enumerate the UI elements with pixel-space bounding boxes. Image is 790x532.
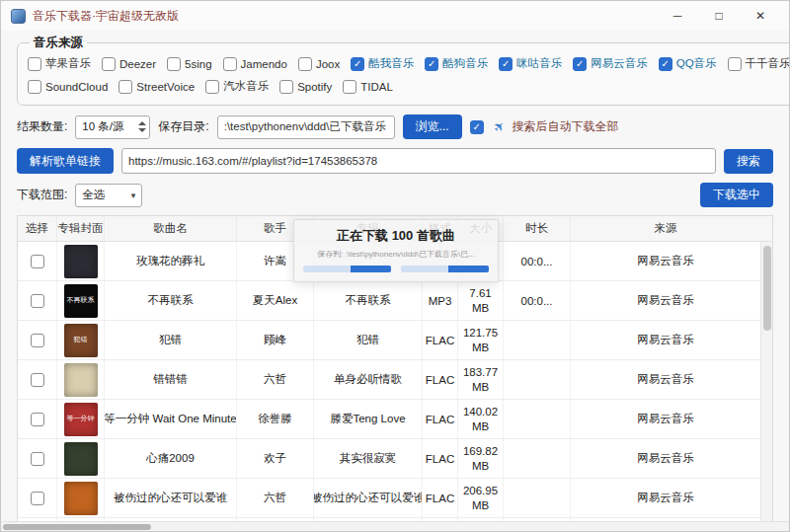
checkbox[interactable] [31,255,44,268]
vertical-scrollbar-thumb[interactable] [763,246,771,331]
window-title: 音乐下载器·宇宙超级无敌版 [33,8,179,25]
checkbox[interactable]: ✓ [573,57,587,71]
progress-fill [448,266,489,272]
save-dir-input[interactable] [217,115,395,139]
table-row[interactable]: 犯错犯错顾峰犯错FLAC121.75 MB网易云音乐 [18,321,760,360]
result-count-spinner[interactable]: 10 条/源 [75,115,150,139]
source-checkbox-item[interactable]: Joox [298,57,340,71]
progress-bar-2 [401,266,489,272]
checkbox[interactable]: ✓ [351,57,364,71]
duration-cell: 00:0... [504,281,571,320]
table-row[interactable]: 被伤过的心还可以爱谁六哲被伤过的心还可以爱谁FLAC206.95 MB网易云音乐 [18,479,760,518]
spinner-arrows [138,121,146,132]
vertical-scrollbar[interactable] [760,242,772,532]
source-label: 咪咕音乐 [516,56,562,71]
format-cell: FLAC [423,479,458,517]
source-label: Jamendo [241,58,287,70]
size-cell: 140.02 MB [458,400,504,438]
download-range-select[interactable]: 全选 ▾ [75,184,142,207]
spinner-down-icon[interactable] [138,128,146,132]
spinner-up-icon[interactable] [138,121,146,125]
source-label: 汽水音乐 [223,79,269,94]
checkbox[interactable] [31,413,44,426]
checkbox[interactable] [279,80,293,94]
download-selected-button[interactable]: 下载选中 [700,183,773,207]
checkbox[interactable]: ✓ [499,57,513,71]
row-select-cell [18,479,57,517]
source-checkbox-item[interactable]: 苹果音乐 [28,56,91,71]
source-checkbox-item[interactable]: Spotify [279,80,332,94]
source-checkbox-item[interactable]: ✓网易云音乐 [573,56,648,71]
checkbox[interactable] [31,294,44,308]
duration-cell [504,479,571,517]
close-button[interactable]: ✕ [740,1,781,31]
source-label: Deezer [119,58,156,70]
artist-cell: 夏天Alex [237,281,314,320]
source-checkbox-item[interactable]: ✓QQ音乐 [659,56,717,71]
source-label: 苹果音乐 [45,56,91,71]
header-album-art[interactable]: 专辑封面 [57,216,105,241]
minimize-button[interactable]: ─ [657,1,698,31]
source-checkbox-item[interactable]: SoundCloud [28,80,108,94]
source-checkbox-item[interactable]: ✓酷我音乐 [351,56,414,71]
duration-cell [504,439,571,478]
source-checkbox-item[interactable]: Jamendo [223,57,287,71]
source-checkbox-item[interactable]: TIDAL [343,80,393,94]
format-cell: FLAC [423,360,458,399]
source-label: 5sing [185,58,212,70]
checkbox[interactable] [31,492,44,505]
header-select[interactable]: 选择 [18,216,57,241]
size-cell: 183.77 MB [458,360,504,399]
parse-playlist-button[interactable]: 解析歌单链接 [17,148,114,174]
maximize-button[interactable]: □ [698,1,740,31]
row-select-cell [18,321,57,359]
table-row[interactable]: 等一分钟等一分钟 Wait One Minute徐誉滕滕爱Teng LoveFL… [18,400,760,439]
search-button[interactable]: 搜索 [724,149,773,174]
source-checkbox-item[interactable]: 汽水音乐 [205,79,269,94]
table-row[interactable]: 错错错六哲单身必听情歌FLAC183.77 MB网易云音乐 [18,360,760,400]
source-checkbox-item[interactable]: ✓酷狗音乐 [425,56,488,71]
progress-title: 正在下载 100 首歌曲 [337,227,455,245]
window-controls: ─ □ ✕ [657,1,781,31]
table-row[interactable]: 心痛2009欢子其实很寂寞FLAC169.82 MB网易云音乐 [18,439,760,479]
titlebar[interactable]: 音乐下载器·宇宙超级无敌版 ─ □ ✕ [1,1,789,31]
checkbox[interactable]: ✓ [425,57,438,71]
checkbox[interactable] [28,80,41,94]
album-cell: 被伤过的心还可以爱谁 [314,479,423,517]
checkbox[interactable] [205,80,219,94]
size-cell: 169.82 MB [458,439,504,478]
checkbox[interactable] [728,57,742,71]
album-art: 不再联系 [64,284,98,318]
album-art-cell: 不再联系 [57,281,105,320]
checkbox[interactable] [223,57,237,71]
checkbox[interactable] [28,57,41,71]
source-checkbox-item[interactable]: ✓咪咕音乐 [499,56,562,71]
source-label: 千千音乐 [746,56,790,71]
header-duration[interactable]: 时长 [504,216,571,241]
source-label: StreetVoice [136,81,195,93]
source-checkbox-item[interactable]: Deezer [102,57,156,71]
header-song-name[interactable]: 歌曲名 [105,216,237,241]
playlist-url-input[interactable] [121,148,716,174]
album-art-cell [57,242,105,280]
checkbox[interactable] [298,57,312,71]
auto-download-checkbox[interactable]: ✓ [470,120,484,134]
source-checkbox-item[interactable]: 5sing [167,57,212,71]
header-source[interactable]: 来源 [571,216,760,241]
checkbox[interactable]: ✓ [659,57,672,71]
album-art: 犯错 [64,324,98,357]
format-cell: FLAC [423,321,458,359]
table-row[interactable]: 不再联系不再联系夏天Alex不再联系MP37.61 MB00:0...网易云音乐 [18,281,760,321]
source-checkbox-item[interactable]: 千千音乐 [728,56,790,71]
checkbox[interactable] [102,57,116,71]
horizontal-scrollbar-thumb[interactable] [3,524,151,530]
checkbox[interactable] [343,80,356,94]
checkbox[interactable] [31,373,44,387]
horizontal-scrollbar[interactable] [1,521,789,531]
checkbox[interactable] [118,80,132,94]
checkbox[interactable] [31,452,44,466]
checkbox[interactable] [31,334,44,347]
checkbox[interactable] [167,57,181,71]
source-checkbox-item[interactable]: StreetVoice [118,80,195,94]
browse-button[interactable]: 浏览... [403,114,462,139]
